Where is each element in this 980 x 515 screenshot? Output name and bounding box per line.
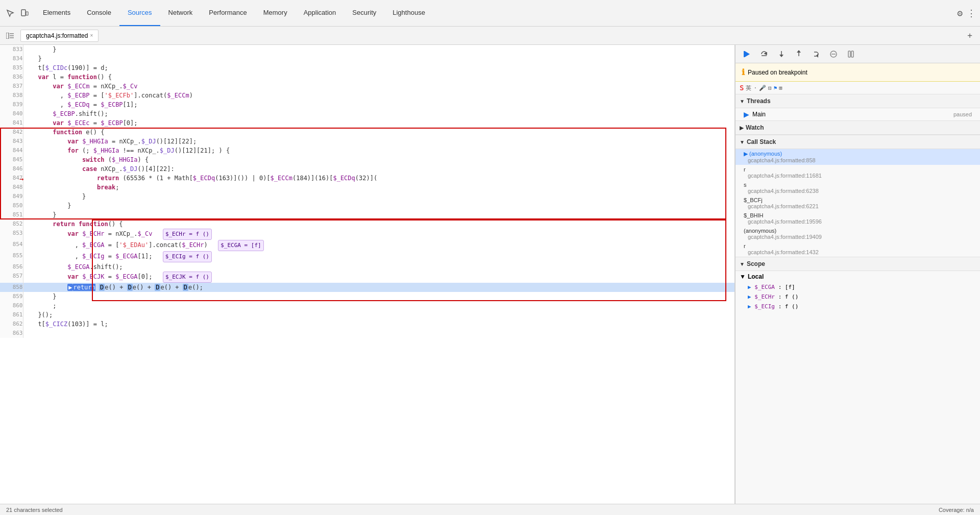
tab-network[interactable]: Network [160,0,201,26]
scope-header[interactable]: ▼ Scope [736,257,980,271]
more-icon[interactable]: ⋮ [967,8,976,18]
callstack-loc: gcaptcha4.js:formatted:11681 [744,173,972,179]
ext-icon-6: ⚑ [774,85,777,91]
file-tab-close[interactable]: × [90,33,93,38]
line-number: 834 [0,54,23,63]
scope-var-expand[interactable]: ▶ [748,284,751,290]
table-row: 838 , $_ECBP = ['$_ECFb'].concat($_ECCm) [0,91,734,100]
scope-local-header[interactable]: ▼ Local [736,271,980,282]
table-row: 836 var l = function() { [0,72,734,82]
line-content: , $_ECGA = ['$_EDAu'].concat($_ECHr) $_E… [23,240,734,251]
callstack-loc: gcaptcha4.js:formatted:6221 [744,203,972,209]
paused-banner: ℹ Paused on breakpoint [736,63,980,82]
device-icon[interactable] [18,7,31,19]
svg-marker-6 [745,51,750,57]
callstack-loc: gcaptcha4.js:formatted:19596 [744,218,972,225]
sidebar-toggle-icon[interactable] [4,30,16,42]
line-number: 858 [0,283,23,292]
code-table: 833 } 834 } 835 t[$_CIDc(190)] = d; 836 [0,45,734,338]
callstack-func: s [744,182,972,188]
scope-var-ecga[interactable]: ▶ $_ECGA : [f] [736,282,980,292]
top-toolbar: Elements Console Sources Network Perform… [0,0,980,27]
tab-performance[interactable]: Performance [201,0,255,26]
add-snippet-icon[interactable]: + [964,30,976,42]
threads-section: ▼ Threads ▶ Main paused [736,94,980,121]
resume-button[interactable] [740,47,754,61]
callstack-item-1[interactable]: r gcaptcha4.js:formatted:11681 [736,165,980,180]
scope-var-expand[interactable]: ▶ [748,293,751,300]
callstack-loc: gcaptcha4.js:formatted:858 [744,157,972,163]
callstack-header[interactable]: ▼ Call Stack [736,135,980,149]
callstack-label: Call Stack [747,138,776,145]
scope-var-echr[interactable]: ▶ $_ECHr : f () [736,292,980,302]
pause-exceptions-button[interactable] [844,47,858,61]
threads-arrow: ▼ [740,99,745,104]
scope-var-ecig[interactable]: ▶ $_ECIg : f () [736,302,980,311]
thread-name: ▶ Main [744,110,766,118]
svg-rect-18 [851,51,853,57]
table-row: 851 } [0,210,734,219]
inspect-icon[interactable] [4,7,16,19]
table-row: 854 , $_ECGA = ['$_EDAu'].concat($_ECHr)… [0,240,734,251]
line-content: , $_ECDq = $_ECBP[1]; [23,100,734,109]
file-tab[interactable]: gcaptcha4.js:formatted × [20,30,99,42]
line-number: 862 [0,320,23,329]
code-container[interactable]: 833 } 834 } 835 t[$_CIDc(190)] = d; 836 [0,45,734,515]
line-content: } [23,201,734,210]
tab-security[interactable]: Security [344,0,384,26]
ext-icon-4: 🎤 [759,85,766,91]
callstack-func: r [744,243,972,249]
tab-memory[interactable]: Memory [255,0,296,26]
table-row: 863 [0,329,734,338]
step-over-button[interactable] [757,47,771,61]
scope-section: ▼ Scope ▼ Local ▶ $_ECGA : [f] ▶ $_ECHr … [736,257,980,515]
callstack-item-2[interactable]: s gcaptcha4.js:formatted:6238 [736,180,980,195]
step-into-button[interactable] [774,47,789,61]
callstack-item-5[interactable]: (anonymous) gcaptcha4.js:formatted:19409 [736,226,980,241]
tab-sources[interactable]: Sources [119,0,160,26]
watch-header[interactable]: ▶ Watch [736,121,980,135]
deactivate-breakpoints-button[interactable] [826,47,841,61]
table-row: 835 t[$_CIDc(190)] = d; [0,63,734,72]
line-number: 838 [0,91,23,100]
debug-panel: ℹ Paused on breakpoint S 英 · 🎤 ⊡ ⚑ ⊞ ▼ T… [735,45,980,515]
scope-var-val: : [f] [778,284,795,290]
line-content: var l = function() { [23,72,734,82]
table-row: 850 } [0,201,734,210]
tab-application[interactable]: Application [296,0,345,26]
callstack-item-0[interactable]: ▶ (anonymous) gcaptcha4.js:formatted:858 [736,149,980,165]
scope-var-expand[interactable]: ▶ [748,303,751,310]
line-number: 847 → [0,174,23,183]
step-button[interactable] [809,47,823,61]
threads-label: Threads [747,97,771,105]
callstack-item-4[interactable]: $_BHIH gcaptcha4.js:formatted:19596 [736,211,980,226]
line-number: 844 [0,146,23,155]
step-out-button[interactable] [792,47,806,61]
tab-console[interactable]: Console [79,0,119,26]
table-row: 840 $_ECBP.shift(); [0,109,734,118]
callstack-func: $_BHIH [744,212,972,218]
line-number: 856 [0,262,23,272]
line-content: var $_ECEc = $_ECBP[0]; [23,118,734,128]
table-row: 847 → return (65536 * (1 + Math[$_ECDq(1… [0,174,734,183]
threads-header[interactable]: ▼ Threads [736,94,980,108]
info-icon: ℹ [742,67,745,77]
thread-label: Main [752,111,766,118]
table-row: 846 case nXCp_.$_DJ()[4][22]: [0,164,734,174]
scope-var-val: : f () [778,303,799,310]
svg-rect-2 [6,33,9,39]
watch-label: Watch [746,124,764,131]
status-bar: 21 characters selected Coverage: n/a [0,504,980,515]
thread-status: paused [953,111,972,117]
line-content: } [23,54,734,63]
line-content: case nXCp_.$_DJ()[4][22]: [23,164,734,174]
callstack-item-6[interactable]: r gcaptcha4.js:formatted:1432 [736,241,980,257]
tab-elements[interactable]: Elements [35,0,79,26]
tab-lighthouse[interactable]: Lighthouse [384,0,433,26]
line-content: var $_HHGIa = nXCp_.$_DJ()[12][22]; [23,137,734,146]
callstack-item-3[interactable]: $_BCFj gcaptcha4.js:formatted:6221 [736,195,980,211]
line-number: 833 [0,45,23,54]
line-number: 854 [0,240,23,251]
file-tab-name: gcaptcha4.js:formatted [26,32,88,39]
settings-icon[interactable]: ⚙ [957,8,963,18]
